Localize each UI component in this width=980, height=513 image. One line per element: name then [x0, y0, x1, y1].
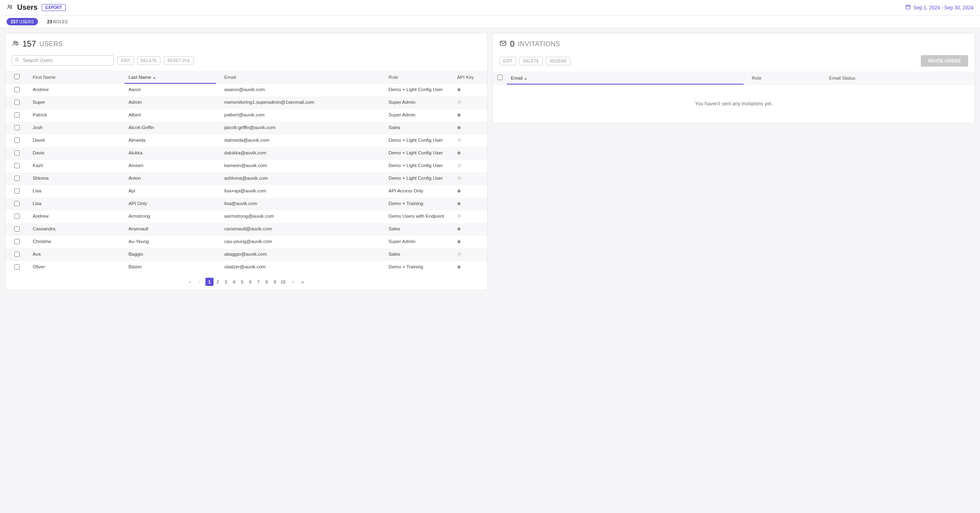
cell-api-key	[453, 96, 487, 109]
table-row[interactable]: LisaAPI Onlylisa@auvik.comDemo + Trainin…	[5, 198, 487, 210]
cell-first-name: Super	[29, 96, 125, 109]
row-checkbox[interactable]	[14, 176, 20, 181]
page-number[interactable]: 5	[238, 278, 246, 286]
asterisk-icon[interactable]: ✱	[457, 151, 461, 156]
table-row[interactable]: ShlomaAntonashloma@auvik.comDemo + Light…	[5, 172, 487, 185]
page-header: Users EXPORT Sep 1, 2024 - Sep 30, 2024	[0, 0, 980, 16]
table-row[interactable]: AndrewArmstrongaarmstrong@auvik.comDemo …	[5, 210, 487, 223]
delete-button[interactable]: DELETE	[137, 56, 160, 65]
row-checkbox[interactable]	[14, 138, 20, 143]
page-prev-icon[interactable]: ‹	[196, 278, 204, 286]
cell-role: Super Admin	[385, 236, 453, 248]
inv-delete-button[interactable]: DELETE	[519, 57, 543, 65]
page-number[interactable]: 3	[222, 278, 230, 286]
table-row[interactable]: LisaApilisa+api@auvik.comAPI Access Only…	[5, 185, 487, 198]
svg-point-10	[459, 216, 460, 217]
cell-role: Sales	[385, 223, 453, 236]
inv-select-all-checkbox[interactable]	[497, 75, 503, 80]
invite-users-button[interactable]: INVITE USERS	[921, 55, 968, 67]
col-last-name[interactable]: Last Name▲	[125, 71, 220, 84]
cell-role: Demo + Light Config User	[385, 84, 453, 97]
row-checkbox[interactable]	[14, 252, 20, 257]
invitations-table: Email▲ Role Email Status	[493, 71, 975, 85]
row-checkbox[interactable]	[14, 112, 20, 118]
asterisk-icon[interactable]: ✱	[457, 87, 461, 92]
cell-role: Demo + Light Config User	[385, 172, 453, 185]
page-number[interactable]: 2	[214, 278, 222, 286]
gear-icon[interactable]	[457, 138, 462, 143]
row-checkbox[interactable]	[14, 264, 20, 270]
gear-icon[interactable]	[457, 100, 462, 105]
asterisk-icon[interactable]: ✱	[457, 265, 461, 270]
search-input[interactable]	[12, 55, 114, 66]
row-checkbox[interactable]	[14, 188, 20, 194]
table-row[interactable]: OliverBalzerobalzer@auvik.comDemo + Trai…	[5, 261, 487, 274]
page-number[interactable]: 4	[230, 278, 238, 286]
tab-users[interactable]: 157 USERS	[7, 18, 38, 25]
page-number[interactable]: 9	[271, 278, 279, 286]
col-email[interactable]: Email	[220, 71, 384, 84]
table-row[interactable]: PatrickAlbertpalbert@auvik.comSuper Admi…	[5, 109, 487, 122]
inv-col-status[interactable]: Email Status	[825, 71, 975, 85]
date-range-picker[interactable]: Sep 1, 2024 - Sep 30, 2024	[905, 4, 973, 11]
cell-role: Demo + Light Config User	[385, 147, 453, 160]
inv-edit-button[interactable]: EDIT	[499, 57, 516, 65]
asterisk-icon[interactable]: ✱	[457, 227, 461, 232]
tab-roles[interactable]: 23 ROLES	[43, 18, 72, 25]
row-checkbox[interactable]	[14, 226, 20, 232]
page-number[interactable]: 1	[205, 278, 214, 286]
cell-first-name: Patrick	[29, 109, 125, 122]
row-checkbox[interactable]	[14, 201, 20, 206]
asterisk-icon[interactable]: ✱	[457, 189, 461, 194]
cell-last-name: Admin	[125, 96, 220, 109]
cell-first-name: Cassandra	[29, 223, 125, 236]
reset-2fa-button[interactable]: RESET 2FA	[164, 56, 193, 65]
page-next-icon[interactable]: ›	[289, 278, 297, 286]
edit-button[interactable]: EDIT	[117, 56, 134, 65]
table-row[interactable]: CassandraArsenaultcarsenault@auvik.comSa…	[5, 223, 487, 236]
gear-icon[interactable]	[457, 176, 462, 181]
row-checkbox[interactable]	[14, 125, 20, 130]
row-checkbox[interactable]	[14, 150, 20, 156]
asterisk-icon[interactable]: ✱	[457, 125, 461, 130]
table-row[interactable]: DavidAlmeidadalmeida@auvik.comDemo + Lig…	[5, 134, 487, 147]
page-number[interactable]: 6	[246, 278, 254, 286]
table-row[interactable]: KazhAmeenkameen@auvik.comDemo + Light Co…	[5, 160, 487, 172]
inv-col-email[interactable]: Email▲	[507, 71, 748, 85]
cell-email: abaggio@auvik.com	[220, 248, 384, 261]
inv-resend-button[interactable]: RESEND	[546, 57, 570, 65]
asterisk-icon[interactable]: ✱	[457, 113, 461, 118]
export-button[interactable]: EXPORT	[42, 4, 66, 11]
row-checkbox[interactable]	[14, 163, 20, 168]
table-row[interactable]: DavisAlukkadalukka@auvik.comDemo + Light…	[5, 147, 487, 160]
cell-last-name: Ameen	[125, 160, 220, 172]
cell-last-name: Aaron	[125, 84, 220, 97]
row-checkbox[interactable]	[14, 87, 20, 92]
cell-email: dalukka@auvik.com	[220, 147, 384, 160]
page-number[interactable]: 10	[279, 278, 287, 286]
asterisk-icon[interactable]: ✱	[457, 239, 461, 244]
cell-email: aaaron@auvik.com	[220, 84, 384, 97]
page-number[interactable]: 8	[263, 278, 271, 286]
row-checkbox[interactable]	[14, 214, 20, 219]
row-checkbox[interactable]	[14, 100, 20, 105]
table-row[interactable]: JoshAlcott-Griffinjalcott-griffin@auvik.…	[5, 122, 487, 134]
col-role[interactable]: Role	[385, 71, 453, 84]
table-row[interactable]: SuperAdminnwmonitoring1.superadmin@1secm…	[5, 96, 487, 109]
col-api-key[interactable]: API Key	[453, 71, 487, 84]
page-number[interactable]: 7	[254, 278, 263, 286]
row-checkbox[interactable]	[14, 239, 20, 244]
gear-icon[interactable]	[457, 164, 462, 169]
asterisk-icon[interactable]: ✱	[457, 201, 461, 206]
select-all-checkbox[interactable]	[14, 74, 20, 79]
col-first-name[interactable]: First Name	[29, 71, 125, 84]
cell-first-name: Lisa	[29, 185, 125, 198]
gear-icon[interactable]	[457, 214, 462, 219]
table-row[interactable]: AndrewAaronaaaron@auvik.comDemo + Light …	[5, 84, 487, 97]
gear-icon[interactable]	[457, 252, 462, 257]
table-row[interactable]: AvaBaggioabaggio@auvik.comSales	[5, 248, 487, 261]
table-row[interactable]: ChristineAu-Yeungcau-yeung@auvik.comSupe…	[5, 236, 487, 248]
page-last-icon[interactable]: »	[298, 278, 307, 286]
inv-col-role[interactable]: Role	[748, 71, 825, 85]
page-first-icon[interactable]: «	[186, 278, 194, 286]
